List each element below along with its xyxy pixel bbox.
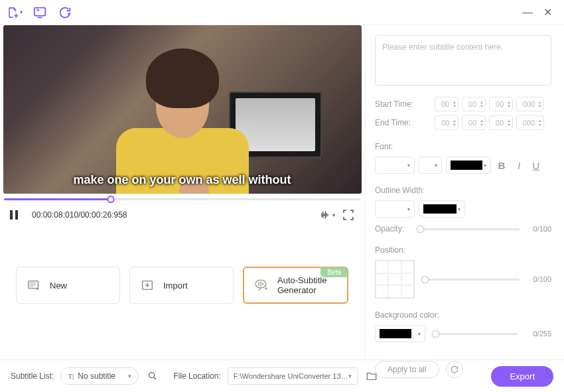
- position-value: 0/100: [525, 275, 551, 283]
- underline-button[interactable]: U: [529, 159, 543, 172]
- opacity-value: 0/100: [525, 225, 551, 233]
- time-display: 00:00:08:010/00:00:26:958: [32, 210, 127, 220]
- bg-color-dropdown[interactable]: ▾: [375, 325, 425, 342]
- end-hh[interactable]: 00▲▼: [435, 115, 458, 130]
- subtitle-list-value: No subtitle: [78, 371, 115, 381]
- end-mm[interactable]: 00▲▼: [462, 115, 486, 130]
- auto-subtitle-card[interactable]: Beta Auto-Subtitle Generator: [243, 267, 348, 304]
- file-location-value: F:\Wondershare UniConverter 13\SubEdi...: [234, 372, 348, 380]
- new-icon: [26, 277, 42, 293]
- opacity-row: Opacity: 0/100: [375, 224, 551, 233]
- video-caption: make one on your own as well without: [73, 173, 291, 187]
- import-icon: [139, 277, 155, 293]
- import-label: Import: [163, 281, 188, 291]
- fullscreen-button[interactable]: [340, 207, 356, 223]
- new-label: New: [50, 281, 67, 291]
- outline-width-dropdown[interactable]: ▾: [375, 200, 415, 218]
- beta-badge: Beta: [320, 267, 348, 277]
- font-family-dropdown[interactable]: ▾: [375, 157, 415, 174]
- position-slider[interactable]: [421, 279, 520, 281]
- italic-button[interactable]: I: [512, 159, 526, 172]
- main-area: make one on your own as well without 00:…: [0, 25, 564, 359]
- end-time-row: End Time: 00▲▼ 00▲▼ 00▲▼ 000▲▼: [375, 115, 551, 130]
- bg-label: Background color:: [375, 310, 551, 320]
- titlebar: ▾ — ✕: [0, 0, 564, 25]
- opacity-label: Opacity:: [375, 224, 411, 233]
- end-ss[interactable]: 00▲▼: [489, 115, 513, 130]
- start-ms[interactable]: 000▲▼: [516, 97, 544, 111]
- scrubber-fill: [4, 198, 111, 200]
- minimize-button[interactable]: —: [518, 3, 537, 23]
- apply-all-button[interactable]: Apply to all: [375, 361, 439, 378]
- start-time-label: Start Time:: [375, 99, 435, 109]
- opacity-slider[interactable]: [417, 228, 520, 230]
- start-hh[interactable]: 00▲▼: [435, 97, 458, 111]
- auto-subtitle-icon: [253, 277, 269, 293]
- video-scrubber[interactable]: [4, 195, 360, 203]
- svg-point-4: [149, 373, 155, 378]
- start-time-row: Start Time: 00▲▼ 00▲▼ 00▲▼ 000▲▼: [375, 97, 551, 111]
- open-folder-button[interactable]: [363, 367, 380, 385]
- subtitle-list-label: Subtitle List:: [11, 371, 54, 381]
- font-label: Font:: [375, 142, 551, 151]
- file-location-label: File Location:: [173, 371, 220, 381]
- scrubber-thumb[interactable]: [107, 196, 115, 203]
- refresh-button[interactable]: [57, 5, 73, 21]
- start-ss[interactable]: 00▲▼: [489, 97, 513, 111]
- export-button[interactable]: Export: [491, 366, 553, 387]
- subtitle-panel: Start Time: 00▲▼ 00▲▼ 00▲▼ 000▲▼ End Tim…: [364, 25, 563, 359]
- file-location-dropdown[interactable]: F:\Wondershare UniConverter 13\SubEdi...…: [228, 367, 358, 385]
- add-file-button[interactable]: ▾: [7, 5, 23, 21]
- font-size-dropdown[interactable]: ▾: [419, 157, 442, 174]
- add-screen-button[interactable]: [32, 5, 48, 21]
- position-label: Position:: [375, 245, 551, 255]
- video-preview[interactable]: make one on your own as well without: [3, 25, 362, 194]
- auto-subtitle-label: Auto-Subtitle Generator: [277, 275, 338, 295]
- svg-rect-0: [35, 7, 46, 15]
- subtitle-list-dropdown[interactable]: T| No subtitle ▾: [60, 367, 139, 385]
- position-grid[interactable]: [375, 260, 415, 298]
- action-cards: New Import Beta Auto-Subtitle Generator: [0, 227, 364, 304]
- video-controls: 00:00:08:010/00:00:26:958 ▾: [0, 203, 364, 227]
- end-ms[interactable]: 000▲▼: [516, 115, 544, 130]
- font-color-dropdown[interactable]: ▾: [446, 157, 491, 174]
- end-time-label: End Time:: [375, 118, 435, 127]
- import-card[interactable]: Import: [129, 267, 234, 304]
- outline-label: Outline Width:: [375, 186, 551, 195]
- close-button[interactable]: ✕: [537, 3, 557, 23]
- bg-slider[interactable]: [432, 333, 518, 335]
- text-icon: T|: [68, 372, 74, 380]
- pause-button[interactable]: [8, 209, 20, 221]
- reset-button[interactable]: [446, 361, 463, 378]
- left-pane: make one on your own as well without 00:…: [0, 25, 364, 359]
- start-mm[interactable]: 00▲▼: [462, 97, 486, 111]
- outline-color-dropdown[interactable]: ▾: [419, 200, 465, 218]
- bg-value: 0/255: [525, 330, 551, 338]
- bold-button[interactable]: B: [495, 159, 508, 172]
- subtitle-textarea[interactable]: [375, 35, 551, 86]
- search-button[interactable]: [144, 367, 161, 385]
- waveform-button[interactable]: ▾: [319, 207, 335, 223]
- new-card[interactable]: New: [16, 267, 120, 304]
